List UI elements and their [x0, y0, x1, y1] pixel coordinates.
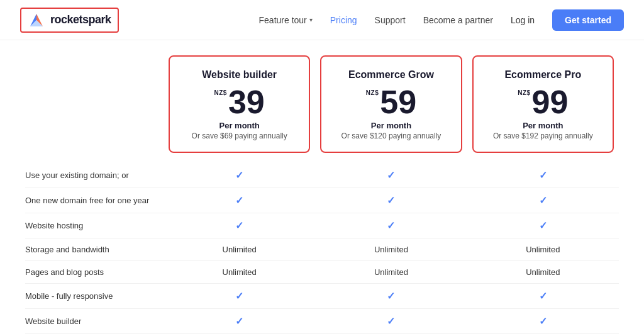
- feature-row: One new domain free for one year✓✓✓: [25, 188, 619, 213]
- feature-row: Website builder✓✓✓: [25, 309, 619, 334]
- save-text-2: Or save $192 paying annually: [484, 132, 602, 140]
- nav-login[interactable]: Log in: [511, 15, 535, 25]
- check-icon: ✓: [539, 170, 547, 181]
- feature-cell-5-1: ✓: [315, 284, 467, 308]
- feature-cell-2-0: ✓: [164, 213, 315, 238]
- currency-2: NZ$: [518, 89, 530, 96]
- price-row-1: NZ$ 59: [331, 86, 450, 118]
- price-row-0: NZ$ 39: [180, 86, 299, 118]
- nav-feature-tour[interactable]: Feature tour ▾: [259, 15, 313, 25]
- save-text-1: Or save $120 paying annually: [331, 132, 450, 140]
- unlimited-label: Unlimited: [223, 245, 257, 254]
- price-row-2: NZ$ 99: [484, 86, 602, 118]
- feature-name-0: Use your existing domain; or: [25, 164, 164, 186]
- pricing-label-spacer: [25, 55, 164, 153]
- check-icon: ✓: [387, 316, 395, 327]
- feature-cell-1-1: ✓: [315, 188, 467, 213]
- plan-card-ecommerce-pro: Ecommerce Pro NZ$ 99 Per month Or save $…: [472, 55, 614, 153]
- plan-card-ecommerce-grow: Ecommerce Grow NZ$ 59 Per month Or save …: [320, 55, 462, 153]
- feature-cell-2-1: ✓: [315, 213, 467, 238]
- per-month-1: Per month: [331, 121, 450, 130]
- feature-name-1: One new domain free for one year: [25, 189, 164, 211]
- check-icon: ✓: [235, 316, 243, 327]
- feature-cell-0-0: ✓: [164, 163, 315, 188]
- per-month-2: Per month: [484, 121, 602, 130]
- unlimited-label: Unlimited: [526, 245, 560, 254]
- nav-pricing[interactable]: Pricing: [330, 15, 357, 25]
- feature-row: Storage and bandwidthUnlimitedUnlimitedU…: [25, 238, 619, 261]
- header: rocketspark Feature tour ▾ Pricing Suppo…: [0, 0, 644, 40]
- feature-cell-2-2: ✓: [467, 213, 619, 238]
- unlimited-label: Unlimited: [374, 245, 408, 254]
- check-icon: ✓: [387, 220, 395, 231]
- feature-name-5: Mobile - fully responsive: [25, 285, 164, 307]
- feature-row: Use your existing domain; or✓✓✓: [25, 163, 619, 188]
- plan-name-2: Ecommerce Pro: [484, 69, 602, 81]
- check-icon: ✓: [539, 220, 547, 231]
- currency-0: NZ$: [214, 89, 227, 96]
- feature-cell-6-1: ✓: [315, 309, 467, 333]
- feature-cell-1-2: ✓: [467, 188, 619, 213]
- feature-cell-5-2: ✓: [467, 284, 619, 308]
- plan-name-0: Website builder: [180, 69, 299, 81]
- feature-cell-6-0: ✓: [164, 309, 315, 333]
- pricing-cards: Website builder NZ$ 39 Per month Or save…: [25, 55, 619, 153]
- check-icon: ✓: [387, 195, 395, 206]
- chevron-down-icon: ▾: [309, 16, 313, 23]
- nav: Feature tour ▾ Pricing Support Become a …: [259, 9, 624, 31]
- logo[interactable]: rocketspark: [20, 8, 119, 33]
- feature-cell-4-1: Unlimited: [315, 261, 467, 283]
- check-icon: ✓: [235, 170, 243, 181]
- feature-name-6: Website builder: [25, 310, 164, 332]
- price-amount-2: 99: [532, 86, 569, 118]
- check-icon: ✓: [387, 170, 395, 181]
- feature-cell-0-1: ✓: [315, 163, 467, 188]
- feature-row: Pages and blog postsUnlimitedUnlimitedUn…: [25, 261, 619, 284]
- check-icon: ✓: [235, 220, 243, 231]
- feature-cell-3-2: Unlimited: [467, 238, 619, 260]
- nav-become-partner[interactable]: Become a partner: [423, 15, 493, 25]
- feature-name-3: Storage and bandwidth: [25, 238, 164, 260]
- check-icon: ✓: [539, 291, 547, 301]
- nav-support[interactable]: Support: [375, 15, 406, 25]
- feature-name-4: Pages and blog posts: [25, 261, 164, 283]
- logo-icon: [28, 11, 45, 29]
- feature-cell-0-2: ✓: [467, 163, 619, 188]
- main-content: Website builder NZ$ 39 Per month Or save…: [0, 40, 644, 336]
- feature-cell-3-0: Unlimited: [164, 238, 315, 260]
- feature-cell-4-2: Unlimited: [467, 261, 619, 283]
- per-month-0: Per month: [180, 121, 299, 130]
- feature-table: Use your existing domain; or✓✓✓One new d…: [25, 163, 619, 336]
- unlimited-label: Unlimited: [526, 267, 560, 277]
- feature-cell-1-0: ✓: [164, 188, 315, 213]
- price-amount-0: 39: [228, 86, 265, 118]
- feature-row: Website hosting✓✓✓: [25, 213, 619, 238]
- feature-cell-6-2: ✓: [467, 309, 619, 333]
- plan-card-website-builder: Website builder NZ$ 39 Per month Or save…: [169, 55, 310, 153]
- save-text-0: Or save $69 paying annually: [180, 132, 299, 140]
- unlimited-label: Unlimited: [374, 267, 408, 277]
- feature-name-2: Website hosting: [25, 215, 164, 237]
- price-amount-1: 59: [380, 86, 416, 118]
- check-icon: ✓: [235, 291, 243, 301]
- check-icon: ✓: [387, 291, 395, 301]
- logo-text: rocketspark: [50, 13, 111, 26]
- feature-cell-5-0: ✓: [164, 284, 315, 308]
- check-icon: ✓: [235, 195, 243, 206]
- check-icon: ✓: [539, 195, 547, 206]
- feature-cell-4-0: Unlimited: [164, 261, 315, 283]
- unlimited-label: Unlimited: [223, 267, 257, 277]
- plan-name-1: Ecommerce Grow: [331, 69, 450, 81]
- feature-cell-3-1: Unlimited: [315, 238, 467, 260]
- get-started-button[interactable]: Get started: [552, 9, 624, 31]
- currency-1: NZ$: [366, 89, 379, 96]
- feature-row: Mobile - fully responsive✓✓✓: [25, 284, 619, 309]
- check-icon: ✓: [539, 316, 547, 327]
